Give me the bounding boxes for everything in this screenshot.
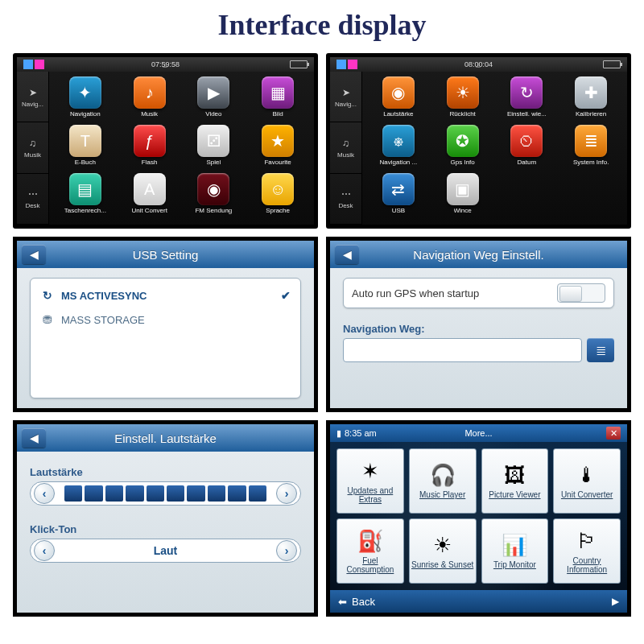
more-tile[interactable]: ⛽Fuel Consumption — [336, 518, 404, 584]
close-button[interactable]: ✕ — [606, 427, 621, 440]
volume-slider[interactable]: ‹ › — [30, 481, 301, 506]
app-label: Navigation ... — [380, 159, 418, 166]
app-launcher[interactable]: ✦Navigation — [54, 76, 117, 123]
side-tab-label: Navig... — [335, 101, 357, 108]
app-launcher[interactable]: ↻Einstell. wie... — [496, 76, 559, 123]
option-icon: ⛃ — [40, 312, 55, 327]
app-launcher[interactable]: ⇄USB — [367, 173, 430, 220]
app-launcher[interactable]: ⚂Spiel — [183, 125, 246, 171]
side-tab[interactable]: ➤Navig... — [17, 72, 48, 122]
autorun-label: Auto run GPS when startup — [352, 287, 479, 299]
side-tab[interactable]: ⋯Desk — [330, 174, 361, 225]
home-panel-2: 08:00:04 ⟂ ➤Navig...♫Musik⋯Desk ◉Lautstä… — [326, 53, 631, 229]
play-button[interactable]: ▶ — [612, 596, 619, 607]
option-icon: ↻ — [40, 288, 55, 303]
app-launcher[interactable]: ▶Video — [183, 76, 246, 123]
browse-button[interactable]: ≣ — [587, 338, 614, 362]
app-launcher[interactable]: ✚Kalibrieren — [559, 76, 622, 123]
app-icon: ⇄ — [382, 173, 415, 205]
usb-option[interactable]: ⛃MASS STORAGE — [39, 308, 292, 332]
app-launcher[interactable]: ★Favourite — [246, 125, 309, 171]
back-button[interactable]: ◀ — [22, 428, 46, 448]
side-tab[interactable]: ♫Musik — [17, 122, 48, 173]
more-tile[interactable]: ✶Updates and Extras — [336, 448, 404, 514]
app-icon: ƒ — [134, 125, 166, 157]
side-column: ➤Navig...♫Musik⋯Desk — [17, 72, 49, 225]
side-tab[interactable]: ⋯Desk — [17, 174, 48, 225]
app-icon: ♪ — [134, 76, 166, 109]
side-tab-icon: ♫ — [27, 137, 39, 150]
chevron-right-icon: › — [285, 487, 289, 500]
page-title: Interface display — [0, 0, 644, 53]
chevron-left-icon: ◀ — [343, 248, 352, 261]
app-label: Flash — [142, 159, 158, 166]
option-label: MS ACTIVESYNC — [61, 290, 147, 302]
chevron-left-icon: ‹ — [43, 487, 47, 500]
tile-label: Picture Viewer — [489, 490, 540, 499]
app-icon: ▤ — [69, 173, 101, 205]
app-launcher[interactable]: TE-Buch — [54, 125, 117, 171]
side-tab-icon: ➤ — [340, 86, 353, 99]
volume-segment — [228, 485, 246, 502]
side-column: ➤Navig...♫Musik⋯Desk — [330, 72, 362, 225]
app-launcher[interactable]: ☺Sprache — [246, 173, 309, 220]
volume-panel: ◀ Einstell. Lautstärke Lautstärke ‹ › Kl… — [13, 420, 318, 617]
panel-header: ◀ Navigation Weg Einstell. — [330, 241, 627, 268]
volume-decrease-button[interactable]: ‹ — [34, 483, 55, 504]
app-launcher[interactable]: ☀Rücklicht — [431, 76, 494, 123]
back-button[interactable]: ◀ — [22, 245, 46, 264]
click-next-button[interactable]: › — [276, 540, 297, 561]
app-label: Navigation — [70, 110, 101, 118]
side-tab-label: Desk — [25, 202, 39, 209]
panel-grid: 07:59:58 ⟂ ➤Navig...♫Musik⋯Desk ✦Navigat… — [0, 53, 644, 631]
app-launcher[interactable]: ≣System Info. — [559, 125, 622, 171]
side-tab[interactable]: ➤Navig... — [330, 72, 361, 122]
app-launcher[interactable]: ✪Gps Info — [431, 125, 494, 171]
app-launcher[interactable]: ⎈Navigation ... — [367, 125, 430, 171]
panel-header: ◀ USB Setting — [17, 241, 314, 268]
back-button[interactable]: ◀ — [335, 245, 359, 264]
app-launcher[interactable]: ▤Taschenrech... — [54, 173, 117, 220]
app-label: Favourite — [264, 159, 291, 166]
app-launcher[interactable]: ▣Wince — [431, 173, 494, 220]
home-panel-1: 07:59:58 ⟂ ➤Navig...♫Musik⋯Desk ✦Navigat… — [13, 53, 318, 229]
more-tile[interactable]: 🖼Picture Viewer — [481, 448, 549, 514]
app-launcher[interactable]: ♪Musik — [118, 76, 181, 123]
back-button[interactable]: ⬅ Back — [338, 596, 375, 608]
app-launcher[interactable]: ▦Bild — [246, 76, 309, 123]
usb-options-card: ↻MS ACTIVESYNC✔⛃MASS STORAGE — [30, 278, 301, 398]
status-bar: 07:59:58 ⟂ — [17, 57, 314, 72]
app-launcher[interactable]: ⏲Datum — [496, 125, 559, 171]
volume-increase-button[interactable]: › — [276, 483, 297, 504]
autorun-row[interactable]: Auto run GPS when startup — [343, 278, 614, 308]
more-panel: ▮ 8:35 am More... ✕ ✶Updates and Extras🎧… — [326, 420, 631, 617]
nav-path-panel: ◀ Navigation Weg Einstell. Auto run GPS … — [326, 237, 631, 412]
more-header: ▮ 8:35 am More... ✕ — [330, 424, 627, 442]
app-icon: ▣ — [447, 173, 479, 205]
status-bar: 08:00:04 ⟂ — [330, 57, 627, 72]
more-tile[interactable]: 🏳Country Information — [553, 518, 621, 584]
usb-option[interactable]: ↻MS ACTIVESYNC✔ — [39, 283, 292, 308]
list-icon: ≣ — [596, 343, 606, 358]
app-launcher[interactable]: AUnit Convert — [118, 173, 181, 220]
more-tile[interactable]: 🎧Music Player — [409, 448, 477, 514]
tile-icon: 🏳 — [576, 529, 597, 554]
app-icon: ↻ — [510, 76, 543, 109]
app-launcher[interactable]: ◉Lautstärke — [367, 76, 430, 123]
clock: 08:00:04 — [464, 60, 493, 68]
app-launcher[interactable]: ◉FM Sendung — [183, 173, 246, 220]
app-label: Einstell. wie... — [507, 110, 547, 118]
more-tile[interactable]: ☀Sunrise & Sunset — [409, 518, 477, 584]
back-label: Back — [352, 596, 375, 608]
app-launcher[interactable]: ƒFlash — [118, 125, 181, 171]
tile-label: Music Player — [419, 490, 465, 499]
click-tone-selector[interactable]: ‹ Laut › — [30, 539, 301, 563]
side-tab[interactable]: ♫Musik — [330, 122, 361, 173]
tile-icon: ⛽ — [357, 529, 383, 554]
status-icon: ▮ — [336, 428, 341, 439]
autorun-toggle[interactable] — [557, 283, 605, 303]
more-tile[interactable]: 🌡Unit Converter — [553, 448, 621, 514]
nav-path-input[interactable] — [343, 338, 582, 362]
click-prev-button[interactable]: ‹ — [34, 540, 55, 561]
more-tile[interactable]: 📊Trip Monitor — [481, 518, 549, 584]
